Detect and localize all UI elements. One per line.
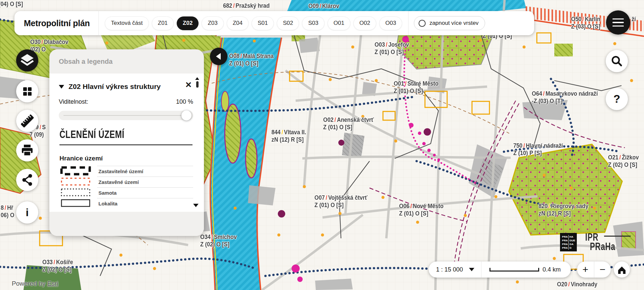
nav-divider [408, 11, 409, 35]
ipr-logo-bottom: PRaHa [590, 242, 615, 251]
legend-panel: Obsah a legenda Z02 Hlavní výkres strukt… [49, 49, 204, 236]
legend-item-label: Zastavitelné území [97, 166, 193, 176]
praha-logo-row: PRAGA [561, 242, 575, 246]
ipr-logo-bar [604, 236, 631, 237]
hamburger-icon [612, 26, 624, 27]
esri-link[interactable]: Esri [47, 280, 58, 287]
map-area-label: 682/Pražský hrad [223, 2, 270, 9]
layers-button[interactable] [16, 49, 38, 71]
map-area-label: O08/Malá StranaZ (01) O [S] [229, 52, 273, 67]
legend-item: Lokalita [59, 198, 193, 208]
legend-items: Zastavitelné územíZastavěné územíSamotaL… [59, 165, 193, 208]
legend-item-label: Lokalita [97, 198, 193, 208]
praha-logo-row: PRAHA [561, 235, 575, 239]
hamburger-icon [612, 22, 624, 23]
map-area-label: O01/Staré MěstoZ (01) O [S] [394, 80, 438, 95]
ruler-icon [16, 110, 38, 132]
radio-circle-icon[interactable] [419, 20, 426, 27]
zoom-out-button[interactable]: − [594, 262, 611, 277]
praha-logo-row: PRAGUE [561, 239, 575, 242]
search-icon [606, 50, 628, 72]
collapse-layer-chevron-icon[interactable] [59, 85, 64, 89]
scale-control: 1 : 15 000 0.4 km [429, 261, 571, 278]
layer-title[interactable]: Z02 Hlavní výkres struktury [69, 83, 161, 91]
tab-textov-st[interactable]: Textová část [105, 16, 149, 30]
map-area-label: O06/Nové MěstoZ (01) O [S] [399, 202, 443, 217]
measure-button[interactable] [16, 110, 38, 132]
visibility-row: Viditelnost: 100 % [59, 98, 193, 105]
search-button[interactable] [606, 50, 628, 72]
collapse-panel-button[interactable] [210, 48, 227, 65]
legend-swatch-dash_bold [59, 166, 97, 176]
powered-by-text: Powered by [12, 280, 47, 287]
zoom-in-button[interactable]: + [577, 262, 594, 277]
question-mark-icon: ? [613, 93, 620, 105]
map-area-label: 844/Vltava II.zN (12) R [S] [271, 129, 306, 143]
tab-s03[interactable]: S03 [302, 16, 324, 30]
map-viewer: (04) O [S]682/Pražský hradO09/KlárovžíO5… [0, 0, 644, 290]
map-area-label: O09/Klárov [308, 2, 339, 10]
grid-icon [16, 80, 38, 102]
printer-icon [16, 139, 38, 161]
scale-value[interactable]: 1 : 15 000 [436, 266, 463, 273]
layers-icon [16, 49, 38, 71]
tab-o02[interactable]: O02 [353, 16, 376, 30]
visibility-slider[interactable] [59, 111, 193, 120]
map-area-label: O34/SmíchovZ (02) O [S] [200, 233, 237, 248]
scrollbar-thumb[interactable] [196, 81, 199, 88]
panel-scrollbar[interactable] [195, 77, 199, 88]
tab-z02[interactable]: Z02 [177, 16, 199, 30]
top-navigation-bar: Metropolitní plán Textová částZ01Z02Z03Z… [14, 11, 534, 35]
print-button[interactable] [16, 139, 38, 161]
basemap-grid-button[interactable] [16, 80, 38, 102]
nav-tabs: Textová částZ01Z02Z03Z04S01S02S03O01O02O… [99, 16, 408, 30]
tab-s02[interactable]: S02 [277, 16, 299, 30]
map-area-label: O02/Anenská čtvrťZ (01) O [S] [323, 116, 374, 131]
scale-bar [489, 268, 539, 272]
share-button[interactable] [16, 169, 38, 191]
legend-item-label: Zastavěné území [97, 177, 193, 187]
help-button[interactable]: ? [606, 88, 628, 110]
arrow-left-icon [216, 53, 221, 60]
legend-item: Samota [59, 187, 193, 198]
praha-logo-row: PRAG [561, 246, 575, 250]
more-layers-toggle[interactable]: zapnout více vrstev [414, 16, 485, 30]
legend-item: Zastavitelné území [59, 165, 193, 176]
map-area-label: ží [632, 15, 636, 23]
info-button[interactable]: i [16, 201, 38, 224]
legend-swatch-dotted [59, 187, 97, 197]
map-area-label: 8/Hř06) O [1, 204, 14, 219]
tab-z04[interactable]: Z04 [227, 16, 249, 30]
map-area-label: O20/Vinohrady [557, 281, 597, 288]
map-area-label: 750/Hlavní nádražíZ (10) P [S] [513, 142, 563, 157]
section-rule [59, 144, 192, 145]
tab-z01[interactable]: Z01 [152, 16, 174, 30]
legend-panel-footer [49, 212, 204, 236]
legend-item-label: Samota [97, 187, 193, 198]
legend-group-title: Hranice území [59, 155, 103, 162]
slider-track [63, 115, 188, 116]
map-area-label: O50/KarlínZ (03) O [S] [571, 15, 600, 30]
app-title: Metropolitní plán [14, 18, 98, 28]
slider-handle[interactable] [181, 110, 191, 120]
tab-o03[interactable]: O03 [379, 16, 402, 30]
tab-s01[interactable]: S01 [252, 16, 274, 30]
legend-panel-header: Obsah a legenda [49, 49, 204, 74]
map-area-label: O03/JosefovZ (01) O [S] [375, 41, 409, 56]
main-menu-button[interactable] [606, 10, 630, 35]
praha-prague-logo: PRAHAPRAGUEPRAGAPRAG [560, 233, 577, 251]
close-layer-button[interactable]: ✕ [185, 81, 192, 89]
home-button[interactable] [614, 261, 630, 278]
scale-dropdown-icon[interactable] [469, 268, 474, 271]
info-icon: i [26, 206, 29, 219]
tab-o01[interactable]: O01 [328, 16, 350, 30]
layer-title-row: Z02 Hlavní výkres struktury [59, 83, 161, 91]
share-icon [16, 169, 38, 191]
zoom-control: + − [577, 261, 611, 278]
more-layers-label: zapnout více vrstev [429, 20, 478, 27]
hamburger-icon [612, 18, 624, 20]
scroll-down-icon[interactable] [193, 204, 199, 207]
tab-z03[interactable]: Z03 [202, 16, 223, 30]
home-icon [614, 261, 630, 278]
scroll-up-icon[interactable] [195, 77, 199, 80]
